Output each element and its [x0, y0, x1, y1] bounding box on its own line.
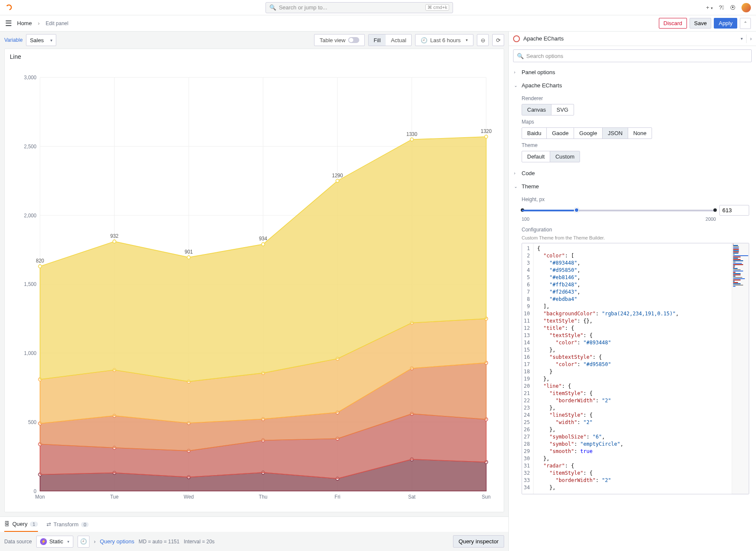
panel-title: Line [5, 49, 504, 61]
breadcrumb-home[interactable]: Home [17, 20, 32, 26]
maps-google[interactable]: Google [574, 128, 603, 138]
grafana-logo-icon [5, 4, 13, 12]
chevron-down-icon: ▾ [466, 38, 468, 42]
clock-icon: 🕘 [80, 538, 87, 545]
datasource-icon: ⚡ [40, 538, 47, 545]
zoom-out-icon: ⊖ [481, 37, 485, 43]
search-icon: 🔍 [269, 4, 276, 11]
svg-text:2,500: 2,500 [24, 144, 36, 150]
theme-custom[interactable]: Custom [550, 151, 580, 162]
help-icon[interactable]: ?⃝ [719, 4, 724, 11]
svg-text:2,000: 2,000 [24, 212, 36, 218]
svg-text:1320: 1320 [481, 128, 492, 134]
echarts-logo-icon [513, 35, 520, 42]
user-avatar[interactable] [742, 3, 751, 12]
svg-text:Thu: Thu [259, 494, 267, 500]
maps-json[interactable]: JSON [603, 128, 628, 138]
svg-point-61 [410, 138, 413, 141]
datasource-label: Data source [4, 539, 32, 545]
options-search[interactable]: 🔍 Search options [513, 49, 752, 62]
section-code[interactable]: Code [509, 167, 756, 180]
tab-query[interactable]: 🗄 Query 1 [4, 517, 38, 532]
options-panel: Apache ECharts ▾ › 🔍 Search options Pane… [509, 32, 756, 551]
news-icon[interactable]: ⦿ [730, 4, 736, 11]
renderer-canvas[interactable]: Canvas [522, 104, 551, 115]
actual-option[interactable]: Actual [386, 35, 411, 46]
svg-text:1290: 1290 [332, 172, 343, 178]
code-editor[interactable]: 1234567891011121314151617181920212223242… [522, 243, 749, 494]
code-minimap[interactable] [732, 243, 749, 494]
transform-icon: ⇄ [46, 521, 51, 528]
svg-text:1,500: 1,500 [24, 281, 36, 287]
svg-text:934: 934 [259, 236, 268, 242]
slider-min: 100 [522, 216, 529, 222]
chevron-down-icon: ▾ [67, 539, 69, 544]
maps-label: Maps [522, 119, 749, 125]
table-view-toggle[interactable]: Table view [314, 34, 365, 46]
clock-icon: 🕘 [421, 37, 427, 43]
svg-text:0: 0 [34, 488, 37, 494]
theme-label: Theme [522, 142, 749, 148]
chevron-down-icon[interactable]: ▾ [741, 36, 743, 41]
slider-thumb[interactable] [574, 208, 579, 213]
renderer-svg[interactable]: SVG [551, 104, 573, 115]
section-panel-options[interactable]: Panel options [509, 66, 756, 79]
chevron-right-icon[interactable]: › [750, 36, 752, 42]
svg-point-59 [262, 242, 265, 246]
maps-baidu[interactable]: Baidu [522, 128, 547, 138]
query-count-badge: 1 [30, 522, 38, 527]
zoom-out-button[interactable]: ⊖ [477, 34, 489, 46]
save-button[interactable]: Save [690, 18, 712, 29]
add-icon[interactable]: + ▾ [706, 4, 713, 11]
svg-text:901: 901 [185, 249, 193, 255]
viz-panel: Line 05001,0001,5002,0002,5003,000MonTue… [4, 49, 504, 512]
svg-text:932: 932 [110, 233, 118, 239]
svg-text:Tue: Tue [110, 494, 119, 500]
renderer-group: Canvas SVG [522, 104, 574, 115]
section-echarts[interactable]: Apache ECharts [509, 79, 756, 92]
breadcrumb-sep: › [38, 20, 40, 26]
height-slider[interactable] [522, 210, 716, 211]
query-options-link[interactable]: Query options [100, 538, 134, 545]
transform-count-badge: 0 [81, 522, 89, 527]
toggle-icon [348, 37, 359, 43]
menu-toggle-icon[interactable]: ☰ [5, 19, 12, 28]
query-inspector-button[interactable]: Query inspector [453, 535, 504, 548]
height-label: Height, px [522, 196, 749, 202]
chart-canvas: 05001,0001,5002,0002,5003,000MonTueWedTh… [5, 61, 504, 512]
theme-default[interactable]: Default [522, 151, 550, 162]
bottom-tabs: 🗄 Query 1 ⇄ Transform 0 [0, 516, 508, 532]
svg-point-57 [113, 240, 116, 243]
datasource-settings-button[interactable]: 🕘 [78, 536, 89, 548]
variable-select[interactable]: Sales [26, 34, 56, 46]
code-content[interactable]: { "color": [ "#893448", "#d95850", "#eb8… [534, 243, 732, 494]
fill-option[interactable]: Fill [369, 35, 386, 46]
datasource-select[interactable]: ⚡ Static ▾ [36, 536, 74, 548]
height-input[interactable] [719, 205, 749, 216]
maps-gaode[interactable]: Gaode [547, 128, 574, 138]
panel-toolbar: Variable Sales Table view Fill Actual 🕘L… [0, 32, 508, 49]
page-header: ☰ Home › Edit panel Discard Save Apply ⌃ [0, 15, 756, 32]
search-icon: 🔍 [517, 53, 524, 59]
svg-text:1,000: 1,000 [24, 350, 36, 356]
interval-info: Interval = 20s [184, 539, 214, 545]
collapse-panel-button[interactable]: ⌃ [740, 18, 751, 29]
refresh-button[interactable]: ⟳ [492, 34, 504, 46]
discard-button[interactable]: Discard [659, 18, 687, 29]
section-theme[interactable]: Theme [509, 180, 756, 193]
breadcrumb-page: Edit panel [46, 20, 68, 26]
renderer-label: Renderer [522, 95, 749, 101]
datasource-row: Data source ⚡ Static ▾ 🕘 › Query options… [0, 532, 508, 551]
svg-point-58 [187, 256, 190, 259]
topbar: 🔍 Search or jump to... ⌘ cmd+k + ▾ ?⃝ ⦿ [0, 0, 756, 15]
maps-none[interactable]: None [628, 128, 652, 138]
svg-point-56 [38, 265, 41, 268]
svg-text:3,000: 3,000 [24, 75, 36, 81]
svg-text:Wed: Wed [184, 494, 194, 500]
apply-button[interactable]: Apply [714, 18, 737, 29]
global-search[interactable]: 🔍 Search or jump to... ⌘ cmd+k [265, 2, 453, 13]
svg-text:Sun: Sun [482, 494, 491, 500]
config-label: Configuration [522, 227, 749, 233]
time-range-picker[interactable]: 🕘Last 6 hours▾ [415, 34, 473, 46]
tab-transform[interactable]: ⇄ Transform 0 [46, 517, 89, 532]
